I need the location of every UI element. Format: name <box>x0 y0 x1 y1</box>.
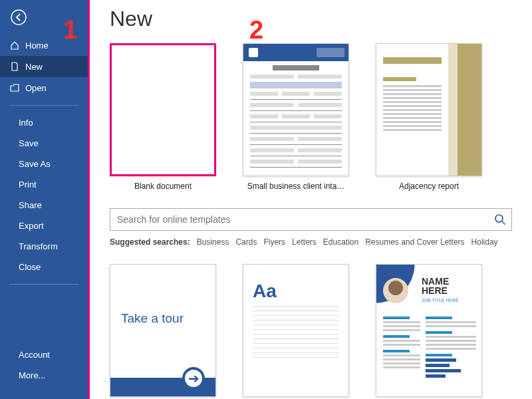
sidebar-item-save[interactable]: Save <box>0 133 88 154</box>
sidebar-item-label: Open <box>25 83 47 93</box>
aa-text: Aa <box>243 265 348 302</box>
suggested-link-holiday[interactable]: Holiday <box>471 237 498 247</box>
sidebar-item-label: Home <box>25 41 49 51</box>
separator <box>9 284 78 285</box>
resume-subtitle: JOB TITLE HERE <box>422 298 459 303</box>
template-thumbnail <box>110 43 216 176</box>
template-thumbnail: Take a tour ➔ <box>110 264 216 397</box>
sidebar-item-open[interactable]: Open <box>0 77 88 98</box>
back-arrow-icon <box>11 9 27 25</box>
back-button[interactable] <box>7 5 31 29</box>
search-button[interactable] <box>489 208 511 231</box>
page-title: New <box>110 7 512 31</box>
main-panel: New Blank document <box>90 0 532 399</box>
template-row-2: Take a tour ➔ Aa NAMEHERE JOB TITLE HERE <box>110 264 512 397</box>
arrow-right-icon: ➔ <box>182 367 205 390</box>
sidebar-item-new[interactable]: New <box>0 56 88 77</box>
annotation-2: 2 <box>249 16 263 45</box>
tour-text: Take a tour <box>110 265 215 326</box>
template-thumbnail <box>243 43 349 176</box>
template-row-1: Blank document <box>110 43 512 191</box>
sidebar-item-saveas[interactable]: Save As <box>0 154 88 174</box>
sidebar-item-close[interactable]: Close <box>0 257 88 277</box>
folder-icon <box>9 82 20 93</box>
avatar-icon <box>383 278 408 303</box>
suggested-label: Suggested searches: <box>110 237 190 247</box>
suggested-link-business[interactable]: Business <box>197 237 229 247</box>
sidebar-item-label: New <box>25 62 43 72</box>
template-small-business-client-intake[interactable]: Small business client inta… <box>243 43 349 191</box>
svg-point-4 <box>11 10 26 25</box>
separator <box>9 105 78 106</box>
template-thumbnail <box>376 43 482 176</box>
sidebar-item-more[interactable]: More... <box>0 365 88 386</box>
sidebar-item-transform[interactable]: Transform <box>0 236 88 257</box>
search-input[interactable] <box>110 214 489 225</box>
template-thumbnail: Aa <box>243 264 349 397</box>
template-resume[interactable]: NAMEHERE JOB TITLE HERE <box>376 264 482 397</box>
template-label: Small business client inta… <box>247 182 345 191</box>
suggested-link-education[interactable]: Education <box>323 237 358 247</box>
search-box <box>110 208 512 231</box>
template-adjacency-report[interactable]: Adjacency report <box>376 43 482 191</box>
suggested-link-letters[interactable]: Letters <box>292 237 317 247</box>
template-label: Blank document <box>134 182 192 191</box>
sidebar: Home New Open Info Save Save As Print Sh… <box>0 0 90 399</box>
sidebar-item-export[interactable]: Export <box>0 215 88 236</box>
search-icon <box>494 213 506 225</box>
suggested-searches: Suggested searches: Business Cards Flyer… <box>110 237 512 247</box>
suggested-link-resumes[interactable]: Resumes and Cover Letters <box>365 237 464 247</box>
template-take-a-tour[interactable]: Take a tour ➔ <box>110 264 216 397</box>
suggested-link-cards[interactable]: Cards <box>235 237 257 247</box>
template-blank-document[interactable]: Blank document <box>110 43 216 191</box>
suggested-link-flyers[interactable]: Flyers <box>263 237 285 247</box>
template-thumbnail: NAMEHERE JOB TITLE HERE <box>376 264 482 397</box>
sidebar-item-info[interactable]: Info <box>0 112 88 133</box>
home-icon <box>9 40 20 51</box>
document-icon <box>9 61 20 72</box>
sidebar-item-print[interactable]: Print <box>0 174 88 195</box>
sidebar-item-share[interactable]: Share <box>0 195 88 215</box>
svg-point-5 <box>495 215 503 222</box>
annotation-1: 1 <box>63 16 77 45</box>
svg-line-6 <box>502 221 505 225</box>
resume-name-2: HERE <box>422 285 448 296</box>
sidebar-item-account[interactable]: Account <box>0 344 88 365</box>
template-label: Adjacency report <box>399 182 459 191</box>
template-single-spaced[interactable]: Aa <box>243 264 349 397</box>
